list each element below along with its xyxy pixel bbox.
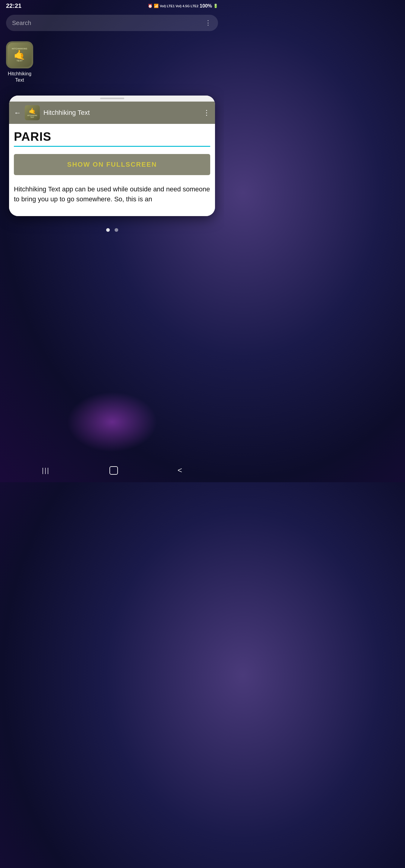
app-description: Hitchhiking Text app can be used while o… [14,184,210,210]
fullscreen-button[interactable]: SHOW ON FULLSCREEN [14,154,210,175]
phone-notch [100,98,124,99]
fullscreen-button-label: SHOW ON FULLSCREEN [67,161,157,168]
app-icon-bottom-text: TEXT [17,60,23,62]
header-menu-icon[interactable]: ⋮ [203,108,210,117]
app-header-icon-thumb: 🤙 [29,107,36,115]
status-bar: 22:21 ⏰ 📶 Vol) LTE1 Vol) 4.5G LTE2 100% … [0,0,224,10]
network-info: Vol) LTE1 Vol) 4.5G LTE2 [160,4,198,8]
bottom-nav: ||| < [0,461,224,482]
page-dots [0,222,224,238]
destination-input[interactable]: PARIS [14,130,210,147]
wifi-icon: 📶 [154,4,158,8]
app-header-icon: 🤙 HITCHHIKING TEXT [25,105,40,120]
app-header-title: Hitchhiking Text [44,109,199,117]
alarm-icon: ⏰ [148,4,152,8]
app-content: PARIS SHOW ON FULLSCREEN Hitchhiking Tex… [9,124,215,216]
battery-indicator: 100% [200,3,212,9]
status-time: 22:21 [6,2,21,9]
status-icons: ⏰ 📶 Vol) LTE1 Vol) 4.5G LTE2 100% 🔋 [148,3,218,9]
page-dot-1 [106,228,110,232]
search-placeholder: Search [12,20,31,27]
phone-notch-bar [9,96,215,101]
phone-frame: ← 🤙 HITCHHIKING TEXT Hitchhiking Text ⋮ … [9,96,215,216]
page-dot-2 [115,228,118,232]
background-glow [67,392,157,452]
back-button[interactable]: ← [14,108,21,117]
search-bar[interactable]: Search ⋮ [6,15,218,31]
app-icon-area: HITCHHIKING 🤙 TEXT Hitchhiking Text [0,35,224,90]
back-button-nav[interactable]: < [178,466,182,475]
home-button[interactable] [110,466,118,475]
app-header-icon-bottom: TEXT [30,116,34,118]
battery-icon: 🔋 [213,4,218,8]
search-menu-icon[interactable]: ⋮ [205,19,212,27]
recent-apps-button[interactable]: ||| [42,467,50,474]
app-icon[interactable]: HITCHHIKING 🤙 TEXT [6,41,33,68]
app-header: ← 🤙 HITCHHIKING TEXT Hitchhiking Text ⋮ [9,101,215,124]
app-icon-label: Hitchhiking Text [6,71,33,84]
app-icon-thumb: 🤙 [13,50,26,60]
